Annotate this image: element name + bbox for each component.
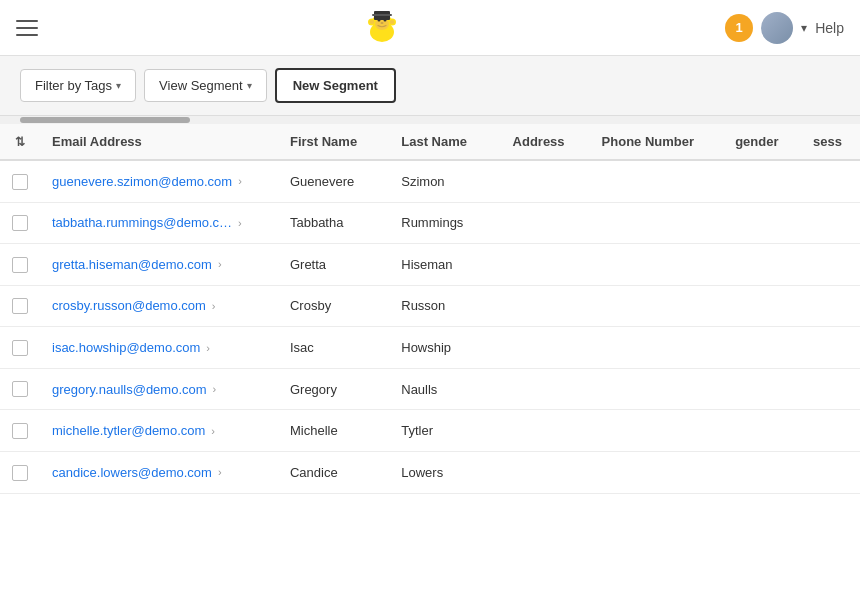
row-email-cell: tabbatha.rummings@demo.c…› xyxy=(40,202,278,244)
row-expand-arrow[interactable]: › xyxy=(218,258,222,270)
filter-tags-button[interactable]: Filter by Tags ▾ xyxy=(20,69,136,102)
toolbar: Filter by Tags ▾ View Segment ▾ New Segm… xyxy=(0,56,860,116)
row-checkbox[interactable] xyxy=(12,381,28,397)
row-phone-cell xyxy=(590,410,724,452)
table-row: guenevere.szimon@demo.com›GuenevereSzimo… xyxy=(0,160,860,202)
row-expand-arrow[interactable]: › xyxy=(213,383,217,395)
col-header-firstname[interactable]: First Name xyxy=(278,124,389,160)
row-expand-cell[interactable] xyxy=(0,368,40,410)
row-firstname-cell: Isac xyxy=(278,327,389,369)
col-header-toggle[interactable]: ⇅ xyxy=(0,124,40,160)
row-expand-arrow[interactable]: › xyxy=(238,217,242,229)
freddie-logo-svg xyxy=(360,6,404,50)
row-checkbox[interactable] xyxy=(12,423,28,439)
row-address-cell xyxy=(501,244,590,286)
row-expand-cell[interactable] xyxy=(0,327,40,369)
table-row: isac.howship@demo.com›IsacHowship xyxy=(0,327,860,369)
row-lastname-cell: Lowers xyxy=(389,451,500,493)
sort-toggle-icon[interactable]: ⇅ xyxy=(15,135,25,149)
hamburger-menu-icon[interactable] xyxy=(16,20,38,36)
row-sess-cell xyxy=(801,285,860,327)
email-address[interactable]: candice.lowers@demo.com xyxy=(52,465,212,480)
row-firstname-cell: Gregory xyxy=(278,368,389,410)
col-header-sess[interactable]: sess xyxy=(801,124,860,160)
row-firstname-cell: Guenevere xyxy=(278,160,389,202)
row-lastname-cell: Rummings xyxy=(389,202,500,244)
row-phone-cell xyxy=(590,244,724,286)
row-firstname-cell: Michelle xyxy=(278,410,389,452)
row-gender-cell xyxy=(723,285,801,327)
row-expand-arrow[interactable]: › xyxy=(238,175,242,187)
row-address-cell xyxy=(501,160,590,202)
svg-rect-13 xyxy=(372,14,392,16)
view-segment-button[interactable]: View Segment ▾ xyxy=(144,69,267,102)
row-expand-arrow[interactable]: › xyxy=(206,342,210,354)
row-firstname-cell: Gretta xyxy=(278,244,389,286)
row-gender-cell xyxy=(723,160,801,202)
table-row: gregory.naulls@demo.com›GregoryNaulls xyxy=(0,368,860,410)
row-checkbox[interactable] xyxy=(12,257,28,273)
row-address-cell xyxy=(501,451,590,493)
row-lastname-cell: Russon xyxy=(389,285,500,327)
nav-right: 1 ▾ Help xyxy=(725,12,844,44)
table-row: gretta.hiseman@demo.com›GrettaHiseman xyxy=(0,244,860,286)
row-firstname-cell: Tabbatha xyxy=(278,202,389,244)
email-address[interactable]: michelle.tytler@demo.com xyxy=(52,423,205,438)
scroll-thumb[interactable] xyxy=(20,117,190,123)
avatar[interactable] xyxy=(761,12,793,44)
email-address[interactable]: isac.howship@demo.com xyxy=(52,340,200,355)
row-sess-cell xyxy=(801,244,860,286)
row-sess-cell xyxy=(801,410,860,452)
row-gender-cell xyxy=(723,451,801,493)
row-address-cell xyxy=(501,368,590,410)
row-email-cell: crosby.russon@demo.com› xyxy=(40,285,278,327)
row-expand-cell[interactable] xyxy=(0,244,40,286)
row-address-cell xyxy=(501,285,590,327)
row-address-cell xyxy=(501,410,590,452)
row-expand-cell[interactable] xyxy=(0,451,40,493)
notification-badge[interactable]: 1 xyxy=(725,14,753,42)
nav-left xyxy=(16,20,38,36)
account-dropdown[interactable]: ▾ xyxy=(801,21,807,35)
new-segment-button[interactable]: New Segment xyxy=(275,68,396,103)
col-header-lastname[interactable]: Last Name xyxy=(389,124,500,160)
row-expand-arrow[interactable]: › xyxy=(211,425,215,437)
col-header-email[interactable]: Email Address xyxy=(40,124,278,160)
email-address[interactable]: guenevere.szimon@demo.com xyxy=(52,174,232,189)
row-checkbox[interactable] xyxy=(12,298,28,314)
row-email-cell: candice.lowers@demo.com› xyxy=(40,451,278,493)
row-sess-cell xyxy=(801,202,860,244)
view-segment-chevron: ▾ xyxy=(247,80,252,91)
top-nav: 1 ▾ Help xyxy=(0,0,860,56)
col-header-phone[interactable]: Phone Number xyxy=(590,124,724,160)
filter-tags-label: Filter by Tags xyxy=(35,78,112,93)
svg-point-11 xyxy=(380,22,383,24)
horizontal-scrollbar[interactable] xyxy=(0,116,860,124)
help-link[interactable]: Help xyxy=(815,20,844,36)
row-expand-cell[interactable] xyxy=(0,285,40,327)
email-address[interactable]: gretta.hiseman@demo.com xyxy=(52,257,212,272)
row-checkbox[interactable] xyxy=(12,215,28,231)
row-expand-arrow[interactable]: › xyxy=(212,300,216,312)
row-expand-cell[interactable] xyxy=(0,202,40,244)
table-row: michelle.tytler@demo.com›MichelleTytler xyxy=(0,410,860,452)
row-expand-cell[interactable] xyxy=(0,410,40,452)
row-address-cell xyxy=(501,327,590,369)
row-lastname-cell: Tytler xyxy=(389,410,500,452)
email-address[interactable]: tabbatha.rummings@demo.c… xyxy=(52,215,232,230)
row-checkbox[interactable] xyxy=(12,465,28,481)
filter-tags-chevron: ▾ xyxy=(116,80,121,91)
row-expand-cell[interactable] xyxy=(0,160,40,202)
row-email-cell: guenevere.szimon@demo.com› xyxy=(40,160,278,202)
row-firstname-cell: Candice xyxy=(278,451,389,493)
row-expand-arrow[interactable]: › xyxy=(218,466,222,478)
row-checkbox[interactable] xyxy=(12,340,28,356)
table-row: tabbatha.rummings@demo.c…›TabbathaRummin… xyxy=(0,202,860,244)
row-checkbox[interactable] xyxy=(12,174,28,190)
email-address[interactable]: gregory.naulls@demo.com xyxy=(52,382,207,397)
email-address[interactable]: crosby.russon@demo.com xyxy=(52,298,206,313)
col-header-gender[interactable]: gender xyxy=(723,124,801,160)
row-lastname-cell: Szimon xyxy=(389,160,500,202)
col-header-address[interactable]: Address xyxy=(501,124,590,160)
row-phone-cell xyxy=(590,160,724,202)
